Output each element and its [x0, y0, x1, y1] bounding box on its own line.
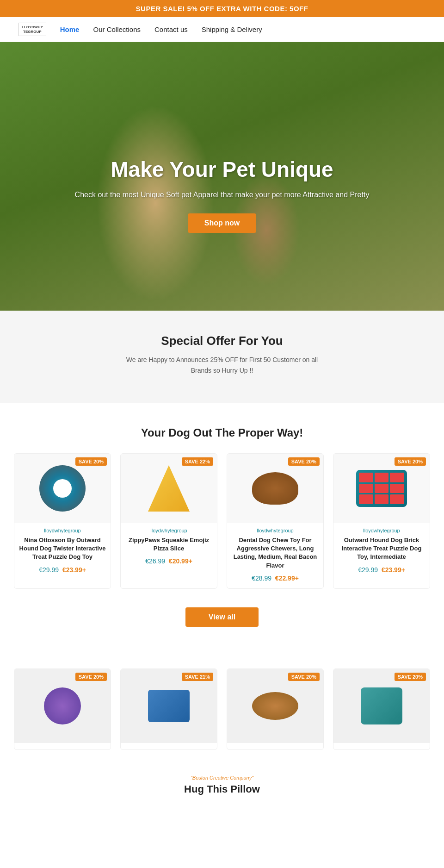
second-card-2[interactable]: SAVE 21% [120, 668, 217, 750]
banner-text: SUPER SALE! 5% OFF EXTRA WITH CODE: 5OFF [136, 5, 308, 12]
view-all-button[interactable]: View all [185, 607, 259, 627]
second-card-1[interactable]: SAVE 20% [14, 668, 111, 750]
product-image-1: SAVE 20% [14, 454, 111, 523]
nav-contact[interactable]: Contact us [154, 25, 188, 33]
hero-section: Make Your Pet Unique Check out the most … [0, 42, 444, 311]
product-price-1: €29.99 €23.99+ [14, 566, 111, 574]
second-save-badge-1: SAVE 20% [75, 673, 107, 681]
second-card-3[interactable]: SAVE 20% [227, 668, 324, 750]
price-new-1: €23.99+ [62, 566, 86, 574]
save-badge-2: SAVE 22% [182, 457, 213, 466]
second-card-4[interactable]: SAVE 20% [333, 668, 430, 750]
nav-shipping[interactable]: Shipping & Delivery [202, 25, 262, 33]
product-price-2: €26.99 €20.99+ [121, 557, 217, 565]
product-brand-3: lloydwhytegroup [232, 528, 319, 533]
second-product-img-3 [252, 692, 298, 720]
price-new-2: €20.99+ [169, 557, 192, 565]
product-name-2: ZippyPaws Squeakie Emojiz Pizza Slice [125, 536, 212, 553]
logo-line2: TEGROUP [23, 30, 42, 34]
product-brand-4: lloydwhytegroup [338, 528, 425, 533]
product-card-1[interactable]: SAVE 20% lloydwhytegroup Nina Ottosson B… [14, 453, 111, 589]
bottom-brand: "Boston Creative Company" Hug This Pillo… [14, 773, 430, 795]
brand-label: "Boston Creative Company" [191, 775, 253, 781]
price-old-3: €28.99 [252, 575, 271, 582]
price-old-1: €29.99 [39, 566, 59, 574]
product-image-2: SAVE 22% [121, 454, 217, 523]
products-grid: SAVE 20% lloydwhytegroup Nina Ottosson B… [14, 453, 430, 589]
logo-line1: LLOYDWHY [22, 25, 43, 30]
product-name-1: Nina Ottosson By Outward Hound Dog Twist… [19, 536, 106, 562]
save-badge-4: SAVE 20% [395, 457, 426, 466]
product-img-brick [356, 470, 407, 507]
product-img-twister [39, 465, 86, 512]
price-old-2: €26.99 [145, 557, 165, 565]
view-all-wrap: View all [14, 607, 430, 627]
product-img-pizza [148, 465, 190, 512]
main-nav: Home Our Collections Contact us Shipping… [60, 25, 262, 33]
nav-home[interactable]: Home [60, 25, 80, 33]
hero-subtitle: Check out the most Unique Soft pet Appar… [75, 189, 370, 200]
product-price-4: €29.99 €23.99+ [333, 566, 430, 574]
product-name-4: Outward Hound Dog Brick Interactive Trea… [338, 536, 425, 562]
second-products-grid: SAVE 20% SAVE 21% SAVE 20% SAVE 20% [14, 668, 430, 750]
second-save-badge-3: SAVE 20% [288, 673, 320, 681]
product-price-3: €28.99 €22.99+ [227, 575, 323, 582]
product-brand-1: lloydwhytegroup [19, 528, 106, 533]
product-image-3: SAVE 20% [227, 454, 323, 523]
special-offer-description: We are Happy to Announces 25% OFF for Fi… [125, 355, 319, 375]
hero-title: Make Your Pet Unique [75, 157, 370, 182]
special-offer-title: Special Offer For You [9, 334, 435, 348]
second-products-section: SAVE 20% SAVE 21% SAVE 20% SAVE 20% "B [0, 668, 444, 814]
price-old-4: €29.99 [358, 566, 378, 574]
site-logo[interactable]: LLOYDWHY TEGROUP [18, 23, 46, 36]
price-new-3: €22.99+ [275, 575, 299, 582]
product-image-4: SAVE 20% [333, 454, 430, 523]
nav-collections[interactable]: Our Collections [93, 25, 141, 33]
site-header: LLOYDWHY TEGROUP Home Our Collections Co… [0, 17, 444, 42]
second-product-img-2 [148, 690, 190, 722]
save-badge-1: SAVE 20% [75, 457, 107, 466]
second-product-img-1 [44, 687, 81, 724]
product-name-3: Dental Dog Chew Toy For Aggressive Chewe… [232, 536, 319, 570]
product-card-2[interactable]: SAVE 22% lloydwhytegroup ZippyPaws Squea… [120, 453, 217, 589]
second-product-img-4 [361, 687, 402, 724]
second-card-img-4: SAVE 20% [333, 669, 430, 743]
products-section-title: Your Dog Out The Proper Way! [14, 426, 430, 439]
product-brand-2: lloydwhytegroup [125, 528, 212, 533]
second-save-badge-2: SAVE 21% [182, 673, 213, 681]
promo-banner: SUPER SALE! 5% OFF EXTRA WITH CODE: 5OFF [0, 0, 444, 17]
second-card-img-1: SAVE 20% [14, 669, 111, 743]
product-card-4[interactable]: SAVE 20% lloydwhytegroup Outward Hound D… [333, 453, 430, 589]
product-card-3[interactable]: SAVE 20% lloydwhytegroup Dental Dog Chew… [227, 453, 324, 589]
product-img-chew [252, 472, 298, 505]
special-offer-section: Special Offer For You We are Happy to An… [0, 311, 444, 403]
save-badge-3: SAVE 20% [288, 457, 320, 466]
bottom-product-name: Hug This Pillow [14, 783, 430, 795]
second-save-badge-4: SAVE 20% [395, 673, 426, 681]
second-card-img-3: SAVE 20% [227, 669, 323, 743]
price-new-4: €23.99+ [382, 566, 405, 574]
shop-now-button[interactable]: Shop now [188, 213, 256, 233]
hero-content: Make Your Pet Unique Check out the most … [56, 157, 388, 233]
second-card-img-2: SAVE 21% [121, 669, 217, 743]
products-section: Your Dog Out The Proper Way! SAVE 20% ll… [0, 403, 444, 668]
